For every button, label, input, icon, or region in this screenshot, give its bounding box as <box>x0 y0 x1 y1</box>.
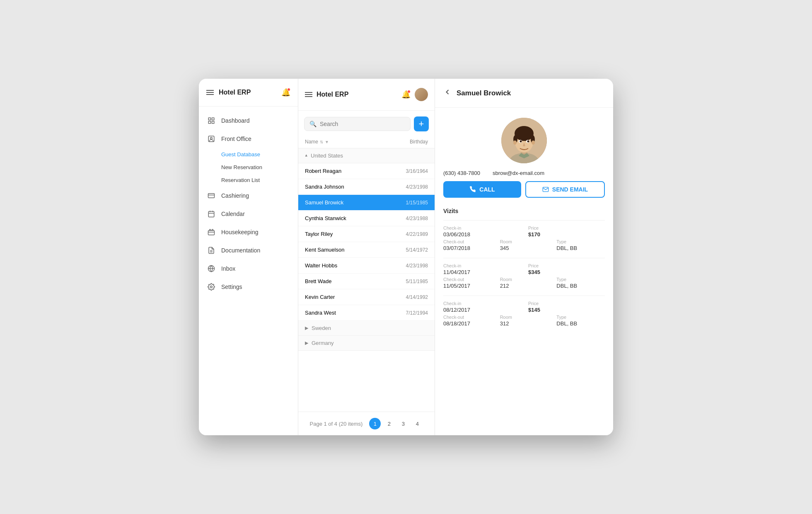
checkout-value-1: 03/07/2018 <box>443 245 492 251</box>
back-button[interactable] <box>443 88 452 98</box>
visit-row-1b: Check-out 03/07/2018 Room 345 Type DBL, … <box>443 239 605 251</box>
cashiering-label: Cashiering <box>221 192 249 199</box>
guest-name: Robert Reagan <box>305 168 391 174</box>
guest-full-name: Samuel Browick <box>457 89 511 97</box>
sidebar-item-calendar[interactable]: Calendar <box>199 205 298 223</box>
guest-detail-panel: Samuel Browick <box>435 79 613 435</box>
sidebar-item-settings[interactable]: Settings <box>199 278 298 296</box>
visit-row-2b: Check-out 11/05/2017 Room 212 Type DBL, … <box>443 277 605 289</box>
guest-birthday: 3/16/1964 <box>391 168 428 174</box>
front-office-icon <box>207 135 215 143</box>
sidebar-item-reservation-list[interactable]: Reservation List <box>221 174 298 187</box>
svg-rect-6 <box>208 194 215 198</box>
price-label-1: Price <box>528 225 605 230</box>
guest-row-kent-samuelson[interactable]: Kent Samuelson 5/14/1972 <box>298 242 435 258</box>
guest-email: sbrow@dx-email.com <box>493 170 544 176</box>
svg-point-17 <box>210 286 213 288</box>
page-info: Page 1 of 4 (20 items) <box>310 421 363 427</box>
room-field-1: Room 345 <box>500 239 549 251</box>
svg-point-26 <box>532 141 535 145</box>
sidebar-item-cashiering[interactable]: Cashiering <box>199 187 298 205</box>
name-sort-icon[interactable]: ⇅ <box>320 140 323 144</box>
guest-row-sandra-johnson[interactable]: Sandra Johnson 4/23/1998 <box>298 179 435 195</box>
guest-name: Kevin Carter <box>305 294 391 300</box>
guest-row-brett-wade[interactable]: Brett Wade 5/11/1985 <box>298 274 435 289</box>
visits-section: Vizits Check-in 03/06/2018 Price $170 Ch… <box>435 204 613 342</box>
guest-name: Walter Hobbs <box>305 262 391 269</box>
panel-menu-icon[interactable] <box>305 91 312 98</box>
price-field-3: Price $145 <box>528 301 605 313</box>
guest-name: Taylor Riley <box>305 231 391 237</box>
guest-birthday: 4/23/1998 <box>391 263 428 269</box>
checkin-value-3: 08/12/2017 <box>443 307 520 313</box>
svg-point-29 <box>520 141 522 143</box>
type-field-1: Type DBL, BB <box>556 239 605 251</box>
page-button-1[interactable]: 1 <box>369 418 381 429</box>
price-label-2: Price <box>528 263 605 268</box>
dashboard-icon <box>207 116 215 125</box>
type-value-2: DBL, BB <box>556 283 605 289</box>
guest-row-kevin-carter[interactable]: Kevin Carter 4/14/1992 <box>298 289 435 305</box>
notification-button[interactable]: 🔔 <box>281 88 290 97</box>
send-email-button[interactable]: SEND EMAIL <box>525 181 605 198</box>
svg-rect-8 <box>208 211 214 217</box>
checkout-label-2: Check-out <box>443 277 492 282</box>
guest-birthday: 4/23/1998 <box>391 184 428 190</box>
expand-icon-us: ▾ <box>305 153 307 158</box>
country-row-us[interactable]: ▾ United States <box>298 148 435 163</box>
call-button[interactable]: CALL <box>443 181 521 198</box>
price-value-1: $170 <box>528 231 605 238</box>
guest-name: Sandra West <box>305 310 391 316</box>
visit-row-1a: Check-in 03/06/2018 Price $170 <box>443 225 605 238</box>
calendar-icon <box>207 210 215 218</box>
search-input[interactable] <box>320 121 405 127</box>
type-field-3: Type DBL, BB <box>556 315 605 327</box>
guest-row-samuel-browick[interactable]: Samuel Browick 1/15/1985 <box>298 195 435 211</box>
page-button-3[interactable]: 3 <box>397 418 409 429</box>
sidebar-item-housekeeping[interactable]: Housekeeping <box>199 223 298 241</box>
page-button-4[interactable]: 4 <box>411 418 423 429</box>
room-value-3: 312 <box>500 320 549 327</box>
guest-row-taylor-riley[interactable]: Taylor Riley 4/22/1989 <box>298 226 435 242</box>
send-email-label: SEND EMAIL <box>552 186 588 193</box>
guest-list-panel: Hotel ERP 🔔 🔍 + Name ⇅ ▼ <box>298 79 435 435</box>
country-row-germany[interactable]: ▶ Germany <box>298 336 435 351</box>
sidebar-item-guest-database[interactable]: Guest Database <box>221 148 298 161</box>
type-value-1: DBL, BB <box>556 245 605 251</box>
expand-icon-germany: ▶ <box>305 340 308 346</box>
user-avatar-button[interactable] <box>415 88 428 101</box>
contact-section: (630) 438-7800 sbrow@dx-email.com CALL S… <box>435 170 613 204</box>
checkin-label-3: Check-in <box>443 301 520 306</box>
country-row-sweden[interactable]: ▶ Sweden <box>298 321 435 336</box>
sidebar-item-documentation[interactable]: Documentation <box>199 241 298 259</box>
housekeeping-icon <box>207 228 215 236</box>
housekeeping-label: Housekeeping <box>221 229 259 235</box>
guest-row-sandra-west[interactable]: Sandra West 7/12/1994 <box>298 305 435 321</box>
panel-header: Hotel ERP 🔔 <box>298 79 435 111</box>
room-field-3: Room 312 <box>500 315 549 327</box>
guest-row-cynthia-stanwick[interactable]: Cynthia Stanwick 4/23/1988 <box>298 211 435 226</box>
add-guest-button[interactable]: + <box>414 116 429 131</box>
table-header: Name ⇅ ▼ Birthday <box>298 136 435 148</box>
checkin-field-2: Check-in 11/04/2017 <box>443 263 520 275</box>
menu-icon[interactable] <box>206 89 214 96</box>
sidebar-item-front-office[interactable]: Front Office <box>199 130 298 148</box>
guest-row-robert-reagan[interactable]: Robert Reagan 3/16/1964 <box>298 163 435 179</box>
sidebar-header: Hotel ERP 🔔 <box>199 79 298 107</box>
sidebar-item-inbox[interactable]: Inbox <box>199 259 298 278</box>
sidebar-item-dashboard[interactable]: Dashboard <box>199 112 298 130</box>
type-label-1: Type <box>556 239 605 244</box>
checkin-label-1: Check-in <box>443 225 520 230</box>
sidebar-item-new-reservation[interactable]: New Reservation <box>221 161 298 174</box>
checkin-value-1: 03/06/2018 <box>443 231 520 238</box>
checkin-field-1: Check-in 03/06/2018 <box>443 225 520 238</box>
guest-table: ▾ United States Robert Reagan 3/16/1964 … <box>298 148 435 412</box>
visits-title: Vizits <box>443 208 605 214</box>
name-filter-icon[interactable]: ▼ <box>325 140 329 144</box>
checkin-field-3: Check-in 08/12/2017 <box>443 301 520 313</box>
panel-notification-button[interactable]: 🔔 <box>401 90 411 99</box>
pagination: Page 1 of 4 (20 items) 1 2 3 4 <box>298 412 435 435</box>
page-button-2[interactable]: 2 <box>383 418 395 429</box>
guest-row-walter-hobbs[interactable]: Walter Hobbs 4/23/1998 <box>298 258 435 274</box>
guest-name: Kent Samuelson <box>305 247 391 253</box>
